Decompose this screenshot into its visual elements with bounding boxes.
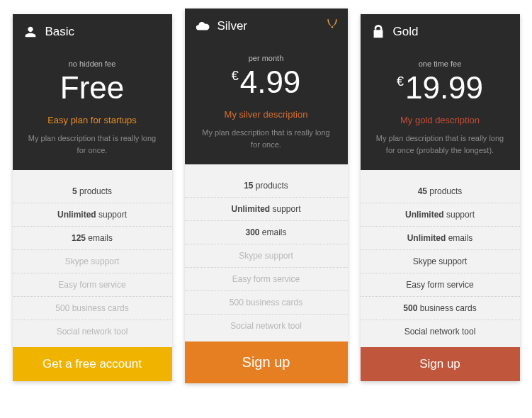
tagline: Easy plan for startups [23, 115, 162, 125]
signup-button[interactable]: Sign up [361, 347, 520, 381]
feature-text: Social network tool [404, 327, 476, 337]
feature-text: products [256, 181, 288, 191]
signup-button[interactable]: Sign up [185, 341, 348, 383]
fee-label: one time fee [370, 60, 510, 68]
feature-item: 500 business cards [185, 291, 348, 315]
plan-title: Silver [217, 19, 248, 33]
feature-item: 500 business cards [13, 297, 172, 320]
feature-bold: 300 [245, 227, 259, 237]
plan-gold: Goldone time fee€19.99My gold descriptio… [361, 14, 520, 381]
feature-bold: 500 [403, 303, 417, 313]
feature-item: 15 products [185, 174, 348, 198]
feature-item: 500 business cards [361, 297, 520, 320]
feature-list: 5 productsUnlimited support125 emailsSky… [13, 170, 172, 347]
feature-bold: Unlimited [407, 233, 446, 243]
feature-item: Skype support [361, 250, 520, 273]
feature-text: 500 business cards [55, 303, 128, 313]
feature-bold: 45 [418, 186, 427, 196]
feature-item: Unlimited support [361, 203, 520, 227]
feature-item: Skype support [13, 250, 172, 273]
feature-bold: 15 [244, 181, 253, 191]
feature-text: support [446, 210, 475, 220]
price-amount: 19.99 [405, 71, 483, 105]
feature-item: Unlimited support [185, 198, 348, 221]
plan-title: Gold [393, 25, 419, 39]
lock-icon [370, 24, 386, 40]
fee-label: no hidden fee [23, 60, 162, 68]
feature-text: Easy form service [58, 280, 125, 290]
laurel-icon [325, 17, 339, 31]
feature-text: support [272, 204, 300, 214]
currency: € [397, 75, 404, 89]
plan-silver: Silverper month€4.99My silver descriptio… [185, 9, 348, 383]
feature-item: 300 emails [185, 221, 348, 244]
price-box: one time fee€19.99My gold descriptionMy … [361, 47, 520, 170]
feature-item: Social network tool [361, 320, 520, 343]
feature-bold: Unlimited [405, 210, 444, 220]
feature-text: Easy form service [232, 274, 300, 284]
feature-item: 45 products [361, 180, 520, 203]
plan-basic: Basicno hidden feeFreeEasy plan for star… [13, 14, 172, 381]
plan-header: Gold [361, 14, 520, 47]
feature-text: Skype support [239, 251, 293, 261]
price: €19.99 [397, 71, 483, 105]
feature-item: 5 products [13, 180, 172, 203]
feature-text: support [98, 210, 127, 220]
price-amount: Free [60, 71, 124, 105]
price: €4.99 [232, 65, 301, 99]
svg-point-0 [331, 26, 333, 28]
pricing-container: Basicno hidden feeFreeEasy plan for star… [7, 14, 525, 383]
feature-item: 125 emails [13, 227, 172, 250]
feature-bold: Unlimited [231, 204, 270, 214]
feature-item: Social network tool [185, 315, 348, 337]
feature-text: Easy form service [406, 280, 473, 290]
feature-item: Easy form service [13, 273, 172, 297]
feature-item: Unlimited support [13, 203, 172, 227]
price: Free [60, 71, 124, 105]
feature-text: products [429, 186, 462, 196]
feature-bold: 5 [72, 186, 77, 196]
feature-item: Social network tool [13, 320, 172, 343]
tagline: My gold description [370, 115, 510, 125]
feature-text: 500 business cards [230, 298, 302, 307]
long-description: My plan description that is really long … [23, 132, 162, 156]
feature-bold: Unlimited [57, 210, 96, 220]
long-description: My plan description that is really long … [195, 127, 338, 150]
feature-text: emails [88, 233, 113, 243]
feature-item: Unlimited emails [361, 227, 520, 250]
feature-text: emails [448, 233, 473, 243]
plan-header: Basic [13, 14, 172, 47]
feature-item: Easy form service [185, 268, 348, 291]
cloud-icon [195, 18, 210, 34]
feature-text: business cards [420, 303, 477, 313]
feature-text: products [79, 186, 112, 196]
currency: € [232, 69, 239, 84]
feature-text: Social network tool [57, 327, 128, 337]
price-amount: 4.99 [240, 65, 301, 99]
signup-button[interactable]: Get a free account [13, 347, 172, 381]
feature-list: 45 productsUnlimited supportUnlimited em… [361, 170, 520, 347]
plan-title: Basic [45, 25, 75, 39]
person-icon [23, 24, 38, 40]
tagline: My silver description [195, 109, 338, 120]
feature-item: Easy form service [361, 273, 520, 297]
fee-label: per month [195, 54, 338, 62]
long-description: My plan description that is really long … [370, 132, 510, 156]
feature-item: Skype support [185, 244, 348, 268]
feature-list: 15 productsUnlimited support300 emailsSk… [185, 164, 348, 341]
feature-text: Social network tool [230, 321, 302, 331]
plan-header: Silver [185, 9, 348, 41]
feature-text: Skype support [413, 256, 468, 266]
feature-text: Skype support [65, 256, 120, 266]
price-box: per month€4.99My silver descriptionMy pl… [185, 41, 348, 164]
feature-text: emails [262, 227, 287, 237]
price-box: no hidden feeFreeEasy plan for startupsM… [13, 47, 172, 170]
feature-bold: 125 [72, 233, 86, 243]
